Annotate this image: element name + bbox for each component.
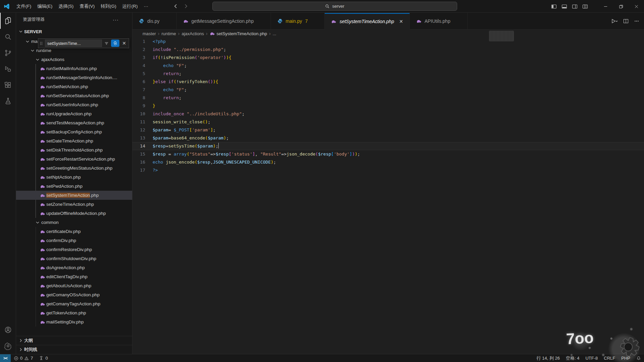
- editor-tab[interactable]: setSystemTimeAction.php✕: [325, 13, 410, 29]
- restore-icon[interactable]: [613, 0, 629, 13]
- code-line[interactable]: 2include "../permission.php";: [132, 46, 644, 54]
- tree-item[interactable]: setZoneTimeAction.php: [16, 200, 132, 209]
- code-line[interactable]: 9}: [132, 102, 644, 110]
- tree-item[interactable]: setSystemTimeAction.php: [16, 191, 132, 200]
- tree-item[interactable]: setDiskThresholdAction.php: [16, 145, 132, 155]
- menu-item-1[interactable]: 编辑(E): [34, 2, 55, 10]
- tree-item[interactable]: runSetNetAction.php: [16, 82, 132, 91]
- arrow-right-icon[interactable]: [183, 3, 189, 9]
- close-icon[interactable]: [629, 0, 644, 13]
- code-line[interactable]: 17?>: [132, 166, 644, 174]
- problems-indicator[interactable]: 0 7: [11, 354, 36, 362]
- breadcrumb-item[interactable]: runtime: [161, 31, 176, 36]
- code-line[interactable]: 10include_once "../includeUtils.php";: [132, 110, 644, 118]
- tree-item[interactable]: runUpgradeAction.php: [16, 109, 132, 118]
- tree-item[interactable]: getComanyTagsAction.php: [16, 299, 132, 308]
- menu-item-2[interactable]: 选择(S): [55, 2, 76, 10]
- tree-item[interactable]: confirmShutdownDiv.php: [16, 254, 132, 263]
- more-icon[interactable]: [634, 18, 639, 24]
- remote-indicator[interactable]: ><: [0, 354, 11, 362]
- tree-item[interactable]: doAgreeAction.php: [16, 263, 132, 272]
- tree-item[interactable]: setPwdAction.php: [16, 182, 132, 191]
- tree-item[interactable]: setDateTimeAction.php: [16, 136, 132, 145]
- sidebar-more-icon[interactable]: ···: [113, 17, 119, 22]
- menu-item-6[interactable]: ···: [141, 2, 152, 10]
- breadcrumb-symbol-tail[interactable]: ...: [273, 31, 276, 36]
- code-line[interactable]: 3if(!isPermission('operator')){: [132, 54, 644, 62]
- arrow-left-icon[interactable]: [173, 3, 178, 9]
- activity-account-icon[interactable]: [0, 322, 16, 338]
- code-line[interactable]: 1<?php: [132, 38, 644, 46]
- editor-tab[interactable]: APIUtils.php: [410, 13, 468, 29]
- tree-item[interactable]: getTokenAction.php: [16, 308, 132, 317]
- activity-settings-icon[interactable]: [0, 338, 16, 354]
- editor-tab[interactable]: dis.py: [132, 13, 177, 29]
- close-icon[interactable]: ✕: [121, 41, 127, 46]
- tree-item[interactable]: getComanyOSsAction.php: [16, 290, 132, 299]
- tab-close-icon[interactable]: ✕: [399, 19, 403, 24]
- panel-bottom-icon[interactable]: [559, 0, 570, 13]
- minimize-icon[interactable]: [598, 0, 613, 13]
- eol-sequence[interactable]: CRLF: [601, 354, 618, 362]
- tree-item[interactable]: mailSettingDiv.php: [16, 317, 132, 326]
- activity-explorer-icon[interactable]: [0, 13, 16, 29]
- tree-item[interactable]: setBackupConfigAction.php: [16, 127, 132, 136]
- code-line[interactable]: 4 echo "F";: [132, 62, 644, 70]
- menu-item-4[interactable]: 转到(G): [98, 2, 119, 10]
- project-section-header[interactable]: SERVER: [16, 26, 132, 37]
- tree-item[interactable]: runSetUserInfoAction.php: [16, 100, 132, 109]
- editor-tab[interactable]: main.py7: [271, 13, 325, 29]
- tree-item[interactable]: updateOfflineModeAction.php: [16, 209, 132, 218]
- indentation[interactable]: 空格: 4: [563, 354, 582, 362]
- command-center-search[interactable]: server: [212, 2, 457, 11]
- split-editor-icon[interactable]: [623, 18, 629, 24]
- sidebar-panel-1[interactable]: 时间线: [16, 345, 132, 354]
- tree-item[interactable]: certificateDiv.php: [16, 227, 132, 236]
- filter-icon[interactable]: [104, 41, 109, 46]
- tree-item[interactable]: confirmDiv.php: [16, 236, 132, 245]
- breadcrumb-item[interactable]: master: [143, 31, 156, 36]
- ports-indicator[interactable]: 0: [36, 354, 51, 362]
- panel-right-icon[interactable]: [570, 0, 580, 13]
- tree-folder[interactable]: ajaxActions: [16, 55, 132, 64]
- code-line[interactable]: 6}else if(!verifyToken()){: [132, 78, 644, 86]
- encoding[interactable]: UTF-8: [582, 354, 601, 362]
- tree-item[interactable]: confirmRestoreDiv.php: [16, 245, 132, 254]
- cursor-position[interactable]: 行 14, 列 26: [534, 354, 563, 362]
- tree-item[interactable]: sendTestMessageAction.php: [16, 118, 132, 127]
- tree-item[interactable]: getAboutUsAction.php: [16, 281, 132, 290]
- tree-item[interactable]: runSetMessageSettingInfoAction....: [16, 73, 132, 82]
- code-line[interactable]: 12$param= $_POST['param'];: [132, 126, 644, 134]
- code-line[interactable]: 14$resp=setSysTime($param);: [132, 142, 644, 150]
- code-line[interactable]: 8 return;: [132, 94, 644, 102]
- grip-icon[interactable]: [40, 41, 43, 46]
- notifications-bell-icon[interactable]: [633, 354, 644, 362]
- layout-icon[interactable]: [580, 0, 590, 13]
- code-line[interactable]: 16echo json_encode($resp,JSON_UNESCAPED_…: [132, 158, 644, 166]
- code-line[interactable]: 5 return;: [132, 70, 644, 78]
- language-mode[interactable]: PHP: [618, 354, 633, 362]
- explorer-find-input[interactable]: [45, 40, 102, 47]
- breadcrumb-file[interactable]: setSystemTimeAction.php: [210, 31, 267, 36]
- run-icon[interactable]: [611, 18, 618, 24]
- tree-folder[interactable]: common: [16, 218, 132, 227]
- menu-item-0[interactable]: 文件(F): [13, 2, 34, 10]
- tree-item[interactable]: runSetServiceStatusAction.php: [16, 91, 132, 100]
- code-editor[interactable]: 1<?php2include "../permission.php";3if(!…: [132, 38, 644, 354]
- tree-item[interactable]: setForceRestartServiceAction.php: [16, 155, 132, 164]
- tree-item[interactable]: editClientTagDiv.php: [16, 272, 132, 281]
- tree-item[interactable]: setNptAction.php: [16, 173, 132, 182]
- activity-testing-icon[interactable]: [0, 93, 16, 109]
- sidebar-panel-0[interactable]: 大纲: [16, 336, 132, 345]
- code-line[interactable]: 11session_write_close();: [132, 118, 644, 126]
- panel-left-icon[interactable]: [549, 0, 559, 13]
- activity-run-debug-icon[interactable]: [0, 61, 16, 77]
- fuzzy-search-icon[interactable]: [111, 40, 119, 47]
- menu-item-5[interactable]: 运行(R): [119, 2, 141, 10]
- editor-tab[interactable]: getMessageSettingAction.php: [177, 13, 271, 29]
- tree-item[interactable]: runSetMailInfoAction.php: [16, 64, 132, 73]
- code-line[interactable]: 15$resp = array("Status"=>$resp['status'…: [132, 150, 644, 158]
- breadcrumb-item[interactable]: ajaxActions: [181, 31, 204, 36]
- code-line[interactable]: 7 echo "F";: [132, 86, 644, 94]
- activity-search-icon[interactable]: [0, 29, 16, 45]
